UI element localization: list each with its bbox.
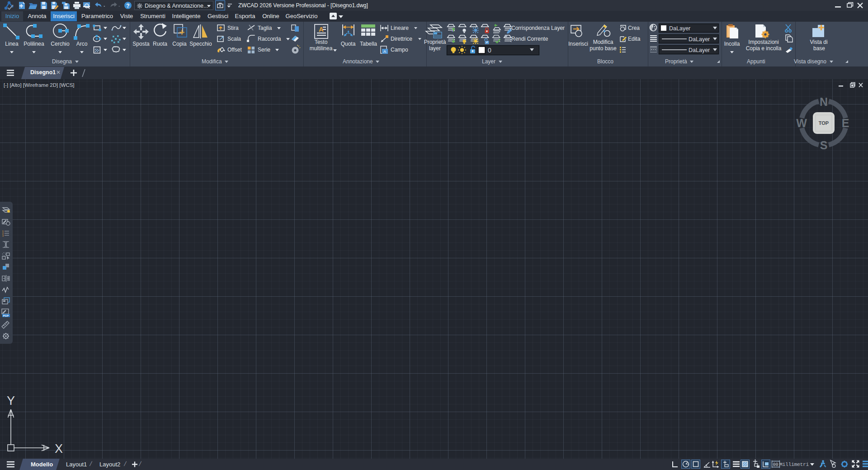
svg-text:X: X	[55, 442, 63, 456]
svg-text:PGP: PGP	[3, 314, 9, 317]
svg-text:00: 00	[773, 462, 778, 467]
svg-text:3: 3	[2, 234, 4, 237]
svg-text:E: E	[842, 117, 849, 129]
svg-text:DaLayer: DaLayer	[689, 36, 710, 43]
svg-text:N: N	[820, 95, 828, 108]
svg-text:S: S	[820, 139, 828, 152]
svg-text:DaLayer: DaLayer	[669, 25, 690, 32]
svg-text:TOP: TOP	[819, 120, 829, 126]
svg-text:W: W	[796, 117, 807, 129]
svg-text:0: 0	[488, 47, 491, 54]
svg-text:?: ?	[126, 3, 129, 9]
svg-text:DaLayer: DaLayer	[689, 47, 710, 53]
svg-text:Y: Y	[7, 394, 15, 408]
